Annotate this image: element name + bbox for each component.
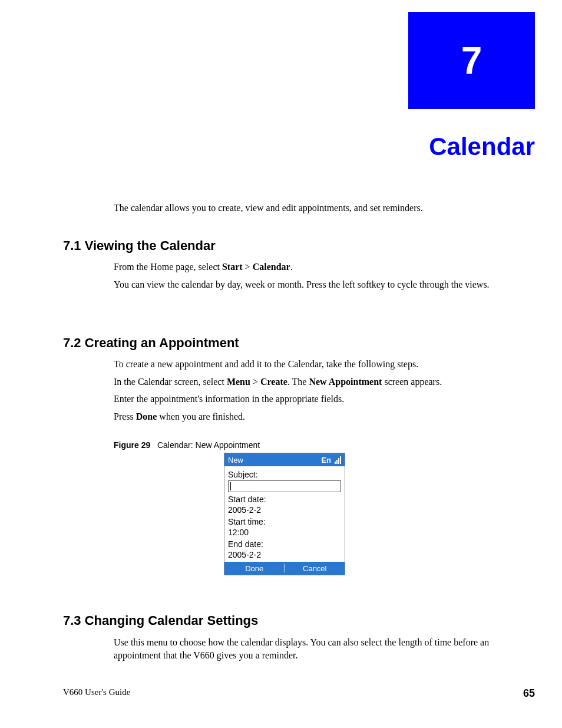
phone-title: New xyxy=(228,456,243,465)
paragraph: Use this menu to choose how the calendar… xyxy=(114,636,535,661)
start-date-value[interactable]: 2005-2-2 xyxy=(228,505,341,515)
softkey-done[interactable]: Done xyxy=(224,564,285,573)
chapter-number: 7 xyxy=(461,39,482,83)
screen-name-new-appointment: New Appointment xyxy=(309,377,382,387)
text: From the Home page, select xyxy=(114,262,222,272)
paragraph: Enter the appointment's information in t… xyxy=(114,393,535,406)
section-body-7-1: From the Home page, select Start > Calen… xyxy=(114,261,535,295)
footer-guide-name: V660 User's Guide xyxy=(63,687,130,700)
chapter-title: Calendar xyxy=(429,133,535,161)
section-heading-7-2: 7.2 Creating an Appointment xyxy=(63,335,239,351)
paragraph: From the Home page, select Start > Calen… xyxy=(114,261,535,274)
phone-screenshot: New En Subject: Start date: 2005-2-2 Sta… xyxy=(224,453,345,575)
figure-title: Calendar: New Appointment xyxy=(157,440,260,450)
footer-page-number: 65 xyxy=(523,687,535,700)
chapter-intro: The calendar allows you to create, view … xyxy=(114,202,535,215)
figure-caption: Figure 29 Calendar: New Appointment xyxy=(114,440,260,450)
text: Press xyxy=(114,411,136,421)
menu-path-calendar: Calendar xyxy=(253,262,290,272)
text: screen appears. xyxy=(382,377,442,387)
phone-status-area: En xyxy=(321,456,341,465)
text: > xyxy=(250,377,260,387)
paragraph: To create a new appointment and add it t… xyxy=(114,358,535,371)
text: > xyxy=(243,262,253,272)
text: In the Calendar screen, select xyxy=(114,377,227,387)
menu-path-menu: Menu xyxy=(227,377,250,387)
menu-path-start: Start xyxy=(222,262,243,272)
input-language-indicator: En xyxy=(321,456,331,465)
paragraph: Press Done when you are finished. xyxy=(114,410,535,423)
text: when you are finished. xyxy=(157,411,245,421)
start-time-value[interactable]: 12:00 xyxy=(228,528,341,537)
paragraph: In the Calendar screen, select Menu > Cr… xyxy=(114,375,535,388)
subject-label: Subject: xyxy=(228,470,341,479)
start-time-label: Start time: xyxy=(228,517,341,526)
text-cursor xyxy=(230,482,231,490)
text: . xyxy=(290,262,293,272)
chapter-number-block: 7 xyxy=(408,12,535,109)
phone-softkey-bar: Done Cancel xyxy=(224,562,345,575)
softkey-cancel[interactable]: Cancel xyxy=(285,564,345,573)
section-body-7-3: Use this menu to choose how the calendar… xyxy=(114,636,535,666)
signal-icon xyxy=(335,456,341,464)
figure-label: Figure 29 xyxy=(114,440,150,450)
phone-titlebar: New En xyxy=(224,453,345,466)
end-date-value[interactable]: 2005-2-2 xyxy=(228,550,341,559)
page-footer: V660 User's Guide 65 xyxy=(63,687,535,700)
subject-input[interactable] xyxy=(228,480,341,492)
paragraph: You can view the calendar by day, week o… xyxy=(114,278,535,291)
start-date-label: Start date: xyxy=(228,495,341,504)
section-body-7-2: To create a new appointment and add it t… xyxy=(114,358,535,427)
phone-body: Subject: Start date: 2005-2-2 Start time… xyxy=(224,466,345,562)
text: . The xyxy=(287,377,309,387)
end-date-label: End date: xyxy=(228,539,341,549)
menu-path-create: Create xyxy=(260,377,287,387)
button-name-done: Done xyxy=(136,411,157,421)
section-heading-7-1: 7.1 Viewing the Calendar xyxy=(63,238,216,253)
section-heading-7-3: 7.3 Changing Calendar Settings xyxy=(63,613,258,628)
